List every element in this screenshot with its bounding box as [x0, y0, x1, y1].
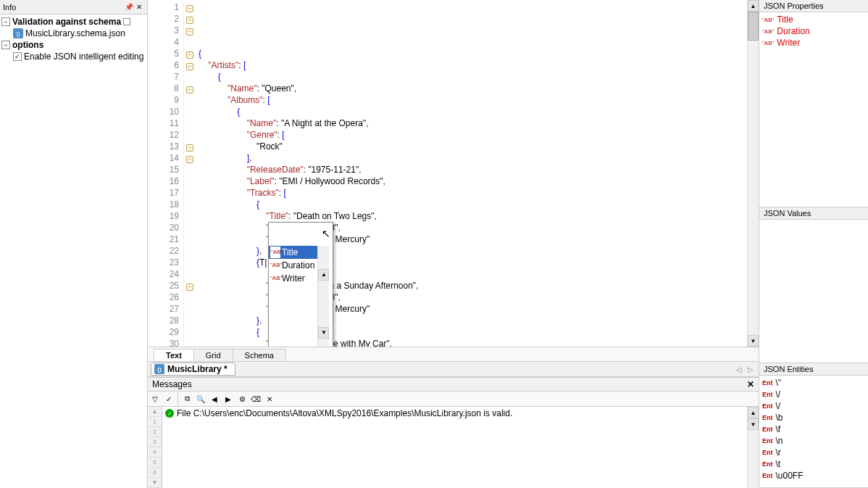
- json-values-panel: JSON Values: [759, 207, 868, 363]
- code-line[interactable]: {: [199, 48, 744, 59]
- code-area[interactable]: { "Artists": [ { "Name": "Queen", "Album…: [196, 0, 747, 347]
- checkbox-checked-icon[interactable]: ✓: [13, 52, 22, 61]
- view-tabs: TextGridSchema: [148, 347, 759, 361]
- scroll-down-icon[interactable]: ▼: [748, 335, 759, 347]
- entity-item[interactable]: Ent\/: [762, 389, 865, 400]
- prev-tab-icon[interactable]: ◁: [734, 364, 744, 374]
- code-line[interactable]: {: [199, 71, 744, 83]
- code-line[interactable]: ],: [199, 152, 744, 164]
- code-line[interactable]: "Albums": [: [199, 94, 744, 106]
- file-tab-bar: {} MusicLibrary * ◁ ▷: [148, 361, 759, 377]
- view-tab-schema[interactable]: Schema: [233, 349, 286, 361]
- info-panel-title: Info: [3, 3, 124, 12]
- validation-label: Validation against schema: [12, 17, 121, 27]
- messages-toolbar: ▽ ✓ ⧉ 🔍 ◀ ▶ ⚙ ⌫ ✕: [148, 392, 759, 407]
- success-icon: ✓: [165, 409, 174, 418]
- entity-item[interactable]: Ent\r: [762, 447, 865, 458]
- code-editor[interactable]: 1234567891011121314151617181920212223242…: [148, 0, 759, 347]
- json-file-icon: {}: [13, 28, 23, 38]
- json-values-title: JSON Values: [759, 207, 868, 220]
- code-line[interactable]: {: [199, 106, 744, 117]
- scroll-down-icon[interactable]: ▼: [318, 327, 329, 339]
- autocomplete-scrollbar[interactable]: ▲ ▼: [317, 246, 329, 347]
- autocomplete-item[interactable]: "AB"Title: [269, 246, 317, 259]
- check-tool-icon[interactable]: ✓: [162, 392, 175, 405]
- entity-item[interactable]: Ent\u00FF: [762, 470, 865, 481]
- code-line[interactable]: "Genre": [: [199, 129, 744, 141]
- info-panel-header: Info 📌 ✕: [0, 0, 147, 15]
- info-panel: Info 📌 ✕ − Validation against schema {} …: [0, 0, 148, 488]
- json-properties-body[interactable]: "AB"Title"AB"Duration"AB"Writer: [759, 12, 868, 207]
- find-tool-icon[interactable]: 🔍: [194, 392, 207, 405]
- json-file-icon: {}: [154, 364, 164, 374]
- property-item[interactable]: "AB"Title: [762, 14, 865, 25]
- code-line[interactable]: "ReleaseDate": "1975-11-21",: [199, 164, 744, 175]
- code-line[interactable]: {: [199, 199, 744, 210]
- messages-nav-gutter[interactable]: ▲ 123 456 ▼: [148, 407, 162, 488]
- close-icon[interactable]: ✕: [747, 379, 754, 389]
- json-entities-body[interactable]: Ent\"Ent\/Ent\/Ent\bEnt\fEnt\nEnt\rEnt\t…: [759, 376, 868, 487]
- scrollbar-thumb[interactable]: [748, 12, 759, 41]
- next-tool-icon[interactable]: ▶: [222, 392, 235, 405]
- json-entities-title: JSON Entities: [759, 363, 868, 376]
- property-item[interactable]: "AB"Duration: [762, 25, 865, 37]
- code-line[interactable]: "Title": "Death on Two Legs",: [199, 210, 744, 222]
- messages-content[interactable]: ✓ File C:\Users\enc\Documents\Altova\XML…: [162, 407, 747, 488]
- collapse-icon[interactable]: −: [1, 17, 10, 26]
- code-line[interactable]: "Rock": [199, 141, 744, 152]
- view-tab-grid[interactable]: Grid: [193, 349, 233, 361]
- vertical-scrollbar[interactable]: ▲ ▼: [747, 0, 759, 347]
- messages-scrollbar[interactable]: ▲▼: [747, 407, 759, 488]
- code-line[interactable]: "Name": "A Night at the Opera",: [199, 117, 744, 129]
- entity-item[interactable]: Ent\": [762, 377, 865, 389]
- delete-tool-icon[interactable]: ✕: [263, 392, 276, 405]
- collapse-icon[interactable]: −: [1, 41, 10, 49]
- line-number-gutter: 1234567891011121314151617181920212223242…: [148, 0, 184, 347]
- entity-item[interactable]: Ent\n: [762, 435, 865, 447]
- options-label: options: [12, 40, 43, 50]
- autocomplete-item[interactable]: "AB"Writer: [269, 272, 317, 285]
- message-text: File C:\Users\enc\Documents\Altova\XMLSp…: [177, 408, 512, 418]
- next-tab-icon[interactable]: ▷: [746, 364, 756, 374]
- pin-icon[interactable]: 📌: [124, 2, 134, 12]
- autocomplete-popup[interactable]: "AB"Title"AB"Duration"AB"Writer ▲ ▼: [268, 222, 333, 347]
- code-line[interactable]: "Artists": [: [199, 59, 744, 71]
- enable-json-label: Enable JSON intelligent editing: [24, 51, 143, 62]
- fold-gutter[interactable]: −−−−−−−−−: [184, 0, 196, 347]
- scroll-up-icon[interactable]: ▲: [318, 269, 329, 281]
- file-tab[interactable]: {} MusicLibrary *: [151, 363, 235, 376]
- entity-item[interactable]: Ent\b: [762, 412, 865, 423]
- prev-tool-icon[interactable]: ◀: [208, 392, 221, 405]
- json-properties-title: JSON Properties: [759, 0, 868, 12]
- entity-item[interactable]: Ent\t: [762, 458, 865, 470]
- options-tool-icon[interactable]: ⚙: [235, 392, 249, 405]
- file-tab-label: MusicLibrary *: [167, 364, 228, 374]
- messages-title: Messages: [152, 379, 747, 389]
- refresh-icon[interactable]: [123, 18, 130, 25]
- close-icon[interactable]: ✕: [134, 2, 144, 12]
- code-line[interactable]: "Label": "EMI / Hollywood Records",: [199, 175, 744, 187]
- property-item[interactable]: "AB"Writer: [762, 37, 865, 49]
- autocomplete-item[interactable]: "AB"Duration: [269, 259, 317, 272]
- json-properties-panel: JSON Properties "AB"Title"AB"Duration"AB…: [759, 0, 868, 207]
- scroll-up-icon[interactable]: ▲: [748, 0, 759, 12]
- info-tree: − Validation against schema {} MusicLibr…: [0, 15, 147, 64]
- code-line[interactable]: "Tracks": [: [199, 187, 744, 199]
- schema-file-name[interactable]: MusicLibrary.schema.json: [25, 28, 125, 38]
- view-tab-text[interactable]: Text: [154, 349, 194, 361]
- code-line[interactable]: "Name": "Queen",: [199, 83, 744, 94]
- json-values-body[interactable]: [759, 220, 868, 363]
- messages-panel: Messages ✕ ▽ ✓ ⧉ 🔍 ◀ ▶ ⚙ ⌫ ✕ ▲ 123 456: [148, 377, 759, 488]
- copy-tool-icon[interactable]: ⧉: [180, 392, 193, 405]
- entity-item[interactable]: Ent\/: [762, 400, 865, 412]
- json-entities-panel: JSON Entities Ent\"Ent\/Ent\/Ent\bEnt\fE…: [759, 363, 868, 488]
- clear-tool-icon[interactable]: ⌫: [249, 392, 262, 405]
- filter-tool-icon[interactable]: ▽: [149, 392, 162, 405]
- entity-item[interactable]: Ent\f: [762, 423, 865, 435]
